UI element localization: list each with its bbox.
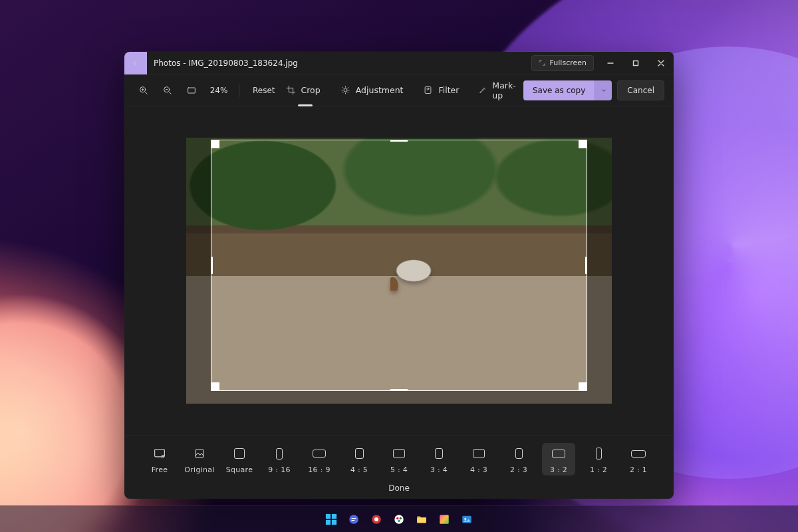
ratio-shape-icon [355, 448, 364, 459]
ratio-label: 4 : 3 [470, 466, 487, 474]
svg-rect-20 [440, 515, 449, 524]
taskbar-teams[interactable] [390, 510, 408, 529]
cancel-button[interactable]: Cancel [617, 80, 664, 100]
crop-box[interactable] [211, 140, 587, 390]
ratio-label: 2 : 1 [630, 466, 647, 474]
ratio-label: 9 : 16 [268, 466, 291, 474]
svg-rect-12 [332, 519, 336, 524]
chevron-down-icon [600, 87, 607, 94]
window-title: Photos - IMG_20190803_183624.jpg [154, 59, 298, 68]
crop-handle-bottom[interactable] [390, 389, 408, 390]
divider [239, 84, 239, 97]
editor-toolbar: 24% Reset Crop Adjustment Filter [124, 74, 674, 106]
crop-handle-top[interactable] [390, 140, 408, 142]
ratio-shape-icon [313, 450, 326, 458]
ratio-2-1[interactable]: 2 : 1 [622, 443, 655, 475]
crop-handle-left[interactable] [211, 257, 213, 274]
fit-button[interactable] [182, 80, 201, 100]
taskbar-start[interactable] [322, 510, 340, 529]
titlebar: Photos - IMG_20190803_183624.jpg Fullscr… [124, 52, 674, 74]
ratio-label: Free [152, 466, 168, 474]
tab-filter-label: Filter [438, 85, 459, 95]
svg-point-16 [394, 515, 404, 524]
ratio-label: 3 : 4 [430, 466, 448, 474]
minimize-button[interactable] [598, 52, 623, 74]
ratio-label: 16 : 9 [308, 466, 331, 474]
svg-point-22 [464, 517, 466, 519]
ratio-label: Square [226, 466, 253, 474]
taskbar-browser[interactable] [367, 510, 386, 529]
svg-rect-0 [634, 61, 638, 65]
ratio-free[interactable]: Free [143, 443, 176, 475]
done-button[interactable]: Done [382, 482, 416, 494]
free-aspect-icon [153, 448, 166, 460]
save-split-button: Save as copy [523, 80, 612, 100]
taskbar-photos-legacy[interactable] [435, 510, 454, 529]
maximize-button[interactable] [623, 52, 648, 74]
ratio-shape-icon [596, 448, 602, 460]
tab-crop-label: Crop [301, 85, 321, 95]
fullscreen-button[interactable]: Fullscreen [531, 55, 594, 71]
save-dropdown-button[interactable] [595, 80, 612, 100]
tab-filter[interactable]: Filter [423, 78, 459, 102]
ratio-square[interactable]: Square [223, 443, 256, 475]
close-button[interactable] [648, 52, 674, 74]
ratio-2-3[interactable]: 2 : 3 [502, 443, 535, 475]
fullscreen-label: Fullscreen [550, 59, 587, 67]
ratio-label: Original [184, 466, 214, 474]
ratio-label: 1 : 2 [590, 466, 607, 474]
save-as-copy-button[interactable]: Save as copy [523, 80, 595, 100]
ratio-1-2[interactable]: 1 : 2 [582, 443, 615, 475]
ratio-4-5[interactable]: 4 : 5 [342, 443, 376, 475]
ratio-3-4[interactable]: 3 : 4 [422, 443, 456, 475]
crop-handle-tr[interactable] [579, 140, 587, 148]
ratio-4-3[interactable]: 4 : 3 [462, 443, 495, 475]
ratio-shape-icon [473, 449, 485, 458]
reset-button[interactable]: Reset [246, 80, 282, 100]
zoom-out-icon [162, 85, 173, 96]
tab-crop[interactable]: Crop [286, 78, 321, 102]
taskbar-chat[interactable] [344, 510, 363, 529]
image-cropped-region [211, 140, 587, 390]
tab-markup[interactable]: Mark-up [479, 78, 519, 102]
svg-rect-11 [326, 519, 331, 524]
filter-icon [423, 85, 433, 95]
tab-adjustment-label: Adjustment [356, 85, 404, 95]
taskbar-photos[interactable] [458, 510, 476, 529]
svg-point-15 [374, 517, 378, 521]
crop-handle-bl[interactable] [211, 382, 219, 390]
svg-rect-9 [326, 513, 331, 518]
crop-handle-right[interactable] [585, 257, 587, 274]
ratio-shape-icon [276, 448, 283, 460]
ratio-shape-icon [631, 450, 646, 458]
svg-point-13 [349, 515, 358, 524]
ratio-shape-icon [515, 448, 523, 459]
svg-point-18 [400, 517, 402, 519]
ratio-9-16[interactable]: 9 : 16 [263, 443, 296, 475]
crop-handle-br[interactable] [579, 382, 587, 390]
svg-point-4 [344, 88, 347, 92]
image-viewport [186, 138, 612, 404]
tab-adjustment[interactable]: Adjustment [340, 78, 404, 102]
ratio-3-2[interactable]: 3 : 2 [542, 443, 575, 475]
aspect-ratio-bar: FreeOriginalSquare9 : 1616 : 94 : 55 : 4… [124, 435, 674, 499]
ratio-5-4[interactable]: 5 : 4 [382, 443, 416, 475]
ratio-16-9[interactable]: 16 : 9 [303, 443, 336, 475]
ratio-shape-icon [435, 448, 443, 459]
ratio-shape-icon [552, 450, 565, 458]
svg-point-19 [398, 519, 400, 521]
ratio-shape-icon [393, 449, 405, 458]
crop-icon [286, 85, 296, 95]
ratio-label: 2 : 3 [510, 466, 527, 474]
crop-handle-tl[interactable] [211, 140, 219, 148]
back-button[interactable] [124, 52, 147, 74]
ratio-label: 3 : 2 [550, 466, 567, 474]
tab-markup-label: Mark-up [492, 80, 519, 100]
zoom-in-icon [138, 85, 149, 96]
taskbar-explorer[interactable] [412, 510, 431, 529]
ratio-original[interactable]: Original [183, 443, 216, 475]
svg-rect-10 [332, 513, 336, 518]
zoom-out-button[interactable] [158, 80, 178, 100]
zoom-in-button[interactable] [134, 80, 154, 100]
image-canvas[interactable] [124, 106, 674, 435]
